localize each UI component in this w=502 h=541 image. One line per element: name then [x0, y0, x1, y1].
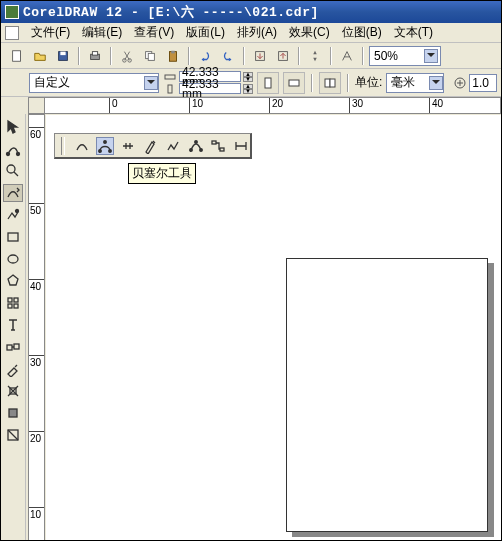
zoom-tool[interactable]	[3, 162, 23, 180]
paste-button[interactable]	[163, 46, 183, 66]
redo-button[interactable]	[218, 46, 238, 66]
width-icon	[163, 72, 177, 82]
nudge-group: 42.333 mm ▲▼ 42.333 mm ▲▼	[163, 71, 253, 94]
ruler-tick: 40	[429, 98, 443, 113]
zoom-value: 50%	[374, 49, 398, 63]
ruler-tick: 20	[269, 98, 283, 113]
corel-online-button[interactable]	[337, 46, 357, 66]
pen-icon[interactable]	[141, 137, 159, 155]
polyline-icon[interactable]	[164, 137, 182, 155]
pages-button[interactable]	[319, 72, 341, 94]
rectangle-tool[interactable]	[3, 228, 23, 246]
svg-rect-24	[8, 233, 18, 241]
chevron-down-icon[interactable]	[424, 49, 438, 63]
app-icon	[5, 5, 19, 19]
interactive-fill-tool[interactable]	[3, 426, 23, 444]
tooltip-text: 贝塞尔工具	[132, 166, 192, 180]
export-button[interactable]	[273, 46, 293, 66]
svg-rect-0	[13, 50, 21, 61]
portrait-button[interactable]	[257, 72, 279, 94]
svg-rect-31	[14, 344, 19, 349]
page-preset-value: 自定义	[34, 74, 70, 91]
page[interactable]	[286, 258, 488, 532]
svg-rect-29	[14, 304, 18, 308]
ruler-vertical[interactable]: 605040302010	[28, 114, 45, 541]
outline-tool[interactable]	[3, 382, 23, 400]
svg-rect-42	[220, 148, 224, 151]
menu-文件(F)[interactable]: 文件(F)	[25, 23, 76, 42]
open-button[interactable]	[30, 46, 50, 66]
unit-select[interactable]: 毫米	[386, 73, 444, 93]
property-bar: 自定义 42.333 mm ▲▼ 42.333 mm ▲▼ 单位: 毫米 1.0	[1, 69, 501, 97]
menu-效果(C)[interactable]: 效果(C)	[283, 23, 336, 42]
ruler-tick: 10	[189, 98, 203, 113]
connector-icon[interactable]	[210, 137, 228, 155]
ruler-origin[interactable]	[28, 97, 45, 114]
svg-point-20	[7, 153, 10, 156]
landscape-button[interactable]	[283, 72, 305, 94]
text-tool[interactable]	[3, 316, 23, 334]
svg-point-36	[108, 149, 111, 152]
toolbar-grip[interactable]	[61, 137, 65, 155]
shape-tool[interactable]	[3, 140, 23, 158]
svg-rect-10	[171, 50, 175, 53]
freehand-tool[interactable]	[3, 184, 23, 202]
svg-point-40	[199, 148, 202, 151]
basic-shapes-tool[interactable]	[3, 294, 23, 312]
svg-point-22	[7, 165, 15, 173]
title-bar: CorelDRAW 12 - [E:\六 -----\021.cdr]	[1, 1, 501, 23]
toolbox	[1, 114, 26, 541]
menu-编辑(E)[interactable]: 编辑(E)	[76, 23, 128, 42]
print-button[interactable]	[85, 46, 105, 66]
tooltip: 贝塞尔工具	[128, 163, 196, 184]
ruler-horizontal[interactable]: 010203040	[28, 97, 501, 114]
menu-文本(T)[interactable]: 文本(T)	[388, 23, 439, 42]
app-launcher-button[interactable]	[305, 46, 325, 66]
unit-label: 单位:	[355, 74, 382, 91]
zoom-select[interactable]: 50%	[369, 46, 441, 66]
chevron-down-icon[interactable]	[429, 76, 443, 90]
ruler-tick: 20	[29, 431, 44, 444]
eyedropper-tool[interactable]	[3, 360, 23, 378]
svg-rect-13	[165, 75, 175, 79]
blend-tool[interactable]	[3, 338, 23, 356]
copy-button[interactable]	[140, 46, 160, 66]
svg-rect-16	[289, 80, 299, 86]
ruler-tick: 50	[29, 203, 44, 216]
page-preset-select[interactable]: 自定义	[29, 73, 159, 93]
unit-value: 毫米	[391, 74, 415, 91]
work-area: 010203040 605040302010 贝塞尔工具	[1, 97, 501, 541]
curve-flyout-toolbar	[54, 133, 252, 159]
cut-button[interactable]	[117, 46, 137, 66]
import-button[interactable]	[250, 46, 270, 66]
svg-rect-8	[148, 53, 154, 60]
svg-point-21	[17, 153, 20, 156]
spin-buttons[interactable]: ▲▼	[243, 72, 253, 82]
undo-button[interactable]	[195, 46, 215, 66]
canvas-area[interactable]: 贝塞尔工具	[46, 115, 501, 541]
svg-rect-27	[14, 298, 18, 302]
menu-版面(L)[interactable]: 版面(L)	[180, 23, 231, 42]
polygon-tool[interactable]	[3, 272, 23, 290]
freehand-icon[interactable]	[73, 137, 91, 155]
artistic-media-icon[interactable]	[119, 137, 137, 155]
ruler-tick: 30	[349, 98, 363, 113]
ellipse-tool[interactable]	[3, 250, 23, 268]
svg-rect-33	[9, 409, 17, 417]
new-button[interactable]	[7, 46, 27, 66]
svg-point-35	[98, 149, 101, 152]
spin-buttons[interactable]: ▲▼	[243, 84, 253, 94]
smart-draw-tool[interactable]	[3, 206, 23, 224]
menu-查看(V)[interactable]: 查看(V)	[128, 23, 180, 42]
save-button[interactable]	[53, 46, 73, 66]
chevron-down-icon[interactable]	[144, 76, 158, 90]
3point-curve-icon[interactable]	[187, 137, 205, 155]
dimension-icon[interactable]	[232, 137, 250, 155]
nudge-distance-input[interactable]: 1.0	[469, 74, 497, 92]
pick-tool[interactable]	[3, 118, 23, 136]
menu-位图(B)[interactable]: 位图(B)	[336, 23, 388, 42]
fill-tool[interactable]	[3, 404, 23, 422]
bezier-icon[interactable]	[96, 137, 114, 155]
menu-排列(A)[interactable]: 排列(A)	[231, 23, 283, 42]
page-height-input[interactable]: 42.333 mm	[179, 83, 241, 94]
